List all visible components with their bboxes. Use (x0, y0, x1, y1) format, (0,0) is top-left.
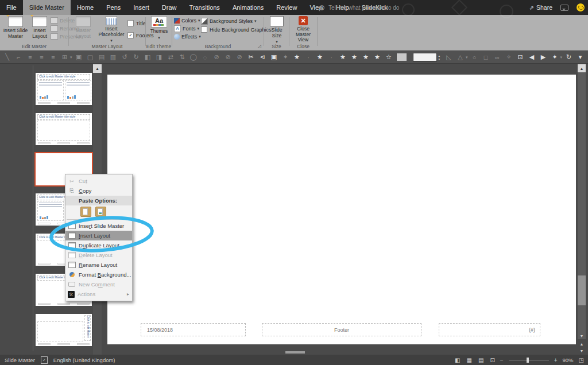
title-checkbox[interactable]: Title (127, 20, 146, 26)
ink-icon[interactable]: ✦ (551, 53, 558, 61)
align-right-icon[interactable]: ≡ (49, 54, 57, 61)
ungroup-icon[interactable]: ◨ (156, 53, 163, 61)
crop-icon[interactable]: ✂ (247, 53, 255, 61)
title-checkbox-box[interactable] (127, 20, 134, 26)
tell-me-search[interactable]: Tell me what you want to do (319, 0, 399, 15)
canvas-scrollbar[interactable]: ▲ ▼ (578, 64, 586, 339)
thumbnail-two-content-layout[interactable]: Click to edit Master title style (36, 73, 92, 105)
menu-item-copy[interactable]: ⎘Copy (65, 186, 132, 196)
paste-picture-button[interactable] (95, 207, 106, 217)
insert-slide-master-button[interactable]: Insert Slide Master (2, 16, 29, 45)
menu-item-new-comment[interactable]: New Comment (65, 279, 132, 289)
no-outline-icon[interactable]: ⊘ (225, 53, 232, 61)
scroll-down-icon[interactable]: ▼ (578, 334, 586, 338)
horizontal-scrollbar-thumb[interactable] (285, 351, 305, 354)
colors-button[interactable]: Colors▾ (174, 18, 201, 24)
no-effects-icon[interactable]: ⊘ (236, 53, 243, 61)
menu-item-insert-slide-master[interactable]: Insert Slide Master (65, 221, 132, 231)
spinner-value[interactable] (413, 53, 437, 61)
slide-size-button[interactable]: Slide Size ▾ (267, 16, 287, 45)
group-icon[interactable]: ◧ (144, 53, 152, 61)
normal-view-icon[interactable]: ◧ (455, 357, 460, 363)
tab-draw[interactable]: Draw (156, 0, 183, 15)
menu-item-actions[interactable]: S:Actions▸ (65, 289, 132, 299)
tab-insert[interactable]: Insert (127, 0, 156, 15)
more-icon[interactable]: ▾ (577, 53, 584, 61)
tab-slide-master[interactable]: Slide Master (23, 0, 71, 15)
spell-check-icon[interactable]: ✓ (41, 356, 48, 364)
select-objects-icon[interactable]: ▣ (270, 53, 278, 61)
fit-to-window-icon[interactable]: ◳ (579, 357, 584, 363)
close-master-view-button[interactable]: Close Master View (291, 16, 316, 45)
menu-item-cut[interactable]: ✂Cut (65, 176, 132, 186)
line-icon[interactable]: ╲ (3, 53, 11, 61)
previous-slide-button[interactable]: ▲ (578, 341, 586, 347)
zoom-slider-handle[interactable] (527, 358, 529, 363)
star-outline-icon[interactable]: ☆ (385, 53, 393, 61)
dropdown-caret-icon[interactable]: ▾ (466, 55, 468, 60)
themes-button[interactable]: Themes ▾ (148, 16, 170, 45)
zoom-out-button[interactable]: − (500, 357, 504, 363)
send-backward-icon[interactable]: ▢ (87, 53, 94, 61)
paste-use-destination-theme-button[interactable] (80, 207, 91, 217)
speaker-icon[interactable]: ◀ (528, 53, 535, 61)
callout-icon[interactable]: ⊲ (259, 53, 266, 61)
hide-background-graphics-box[interactable] (201, 26, 207, 33)
flip-vertical-icon[interactable]: ⇅ (179, 53, 186, 61)
insert-layout-button[interactable]: Insert Layout (30, 16, 49, 45)
menu-item-rename-layout[interactable]: Rename Layout (65, 260, 132, 270)
link-icon[interactable]: ∞ (493, 54, 501, 61)
menu-item-duplicate-layout[interactable]: Duplicate Layout (65, 240, 132, 250)
arrange-icon[interactable]: ⊞ (61, 53, 68, 61)
star-icon-5[interactable]: ★ (362, 53, 370, 61)
oval-icon[interactable]: ◯ (190, 53, 198, 61)
tab-home[interactable]: Home (71, 0, 100, 15)
bring-forward-icon[interactable]: ▣ (75, 53, 83, 61)
menu-item-format-background[interactable]: Format Background... (65, 270, 132, 279)
slideshow-icon[interactable]: ⊡ (490, 357, 494, 363)
zoom-level[interactable]: 90% (563, 357, 574, 363)
tab-animations[interactable]: Animations (226, 0, 270, 15)
thumbnail-vertical-title-layout[interactable]: Click to edit Master title style (36, 314, 92, 346)
rotate-right-icon[interactable]: ↻ (133, 53, 140, 61)
comments-icon[interactable] (560, 5, 568, 11)
status-language[interactable]: English (United Kingdom) (53, 357, 115, 363)
spinner-arrows-icon[interactable]: ▴▾ (438, 54, 440, 61)
star-icon-6[interactable]: ★ (374, 53, 381, 61)
master-layout-button[interactable]: Master Layout (71, 16, 95, 45)
slide-sorter-icon[interactable]: ▦ (467, 357, 472, 363)
bring-to-front-icon[interactable]: ▤ (98, 53, 106, 61)
insert-placeholder-button[interactable]: Insert Placeholder ▾ (96, 16, 126, 45)
tab-transitions[interactable]: Transitions (183, 0, 226, 15)
star-small-icon[interactable]: ✦ (282, 53, 289, 61)
share-button[interactable]: ⇗ Share (529, 4, 552, 11)
rectangle-icon[interactable]: □ (482, 54, 489, 61)
fonts-button[interactable]: Fonts▾ (174, 25, 201, 32)
star-icon-1[interactable]: ★ (293, 53, 301, 61)
slide-number-placeholder[interactable]: (#) (439, 323, 540, 336)
freeform-icon[interactable]: ◺ (445, 53, 452, 61)
color-swatch[interactable] (397, 53, 407, 61)
zoom-spinner[interactable]: ▴▾ (413, 53, 440, 61)
refresh-icon[interactable]: ↻ (565, 53, 572, 61)
scroll-up-icon[interactable]: ▲ (578, 64, 586, 72)
rotate-left-icon[interactable]: ↺ (121, 53, 129, 61)
footer-placeholder[interactable]: Footer (262, 323, 421, 336)
scrollbar-thumb[interactable] (578, 275, 586, 305)
send-to-back-icon[interactable]: ▥ (110, 53, 117, 61)
dot-icon-2[interactable]: · (328, 54, 335, 61)
flip-horizontal-icon[interactable]: ⇄ (167, 53, 175, 61)
align-center-icon[interactable]: ≡ (38, 54, 45, 61)
elbow-connector-icon[interactable]: ⌐ (15, 54, 22, 61)
zoom-slider[interactable] (509, 360, 549, 360)
feedback-smiley-icon[interactable] (577, 3, 585, 11)
slide-canvas[interactable]: 15/08/2018 Footer (#) (107, 75, 576, 344)
background-styles-button[interactable]: Background Styles▾ (201, 18, 272, 25)
reading-view-icon[interactable]: ▤ (478, 357, 483, 363)
next-slide-button[interactable]: ▼ (578, 348, 586, 354)
footers-checkbox-box[interactable] (127, 32, 134, 38)
thumbnail-title-content-layout[interactable]: Click to edit Master title style (36, 113, 92, 145)
no-fill-icon[interactable]: ⊘ (213, 53, 220, 61)
tab-pens[interactable]: Pens (100, 0, 127, 15)
circle-icon[interactable]: ○ (470, 54, 478, 61)
